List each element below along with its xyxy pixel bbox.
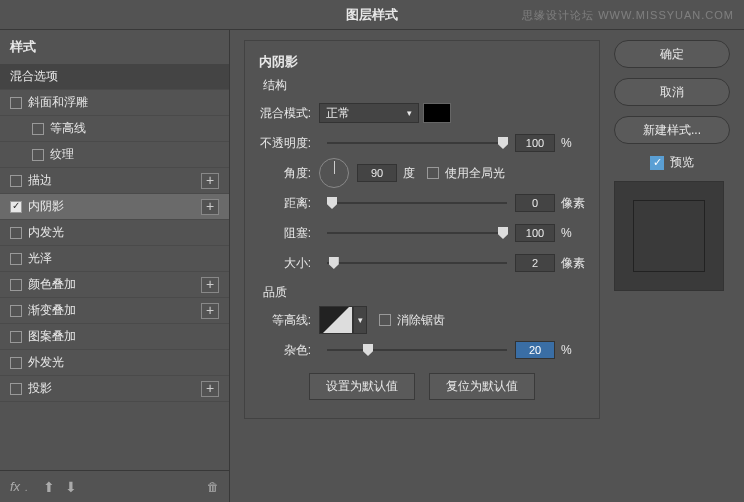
contour-label: 等高线: (259, 312, 319, 329)
angle-input[interactable]: 90 (357, 164, 397, 182)
make-default-button[interactable]: 设置为默认值 (309, 373, 415, 400)
distance-label: 距离: (259, 195, 319, 212)
style-checkbox[interactable] (10, 253, 22, 265)
style-checkbox[interactable] (10, 279, 22, 291)
add-effect-icon[interactable]: + (201, 173, 219, 189)
quality-label: 品质 (259, 284, 585, 301)
opacity-label: 不透明度: (259, 135, 319, 152)
style-checkbox[interactable] (10, 305, 22, 317)
blend-mode-value: 正常 (326, 105, 350, 122)
style-checkbox[interactable] (10, 175, 22, 187)
choke-label: 阻塞: (259, 225, 319, 242)
choke-input[interactable]: 100 (515, 224, 555, 242)
noise-slider[interactable] (327, 349, 507, 351)
global-light-label: 使用全局光 (445, 165, 505, 182)
cancel-button[interactable]: 取消 (614, 78, 730, 106)
add-effect-icon[interactable]: + (201, 199, 219, 215)
anti-alias-label: 消除锯齿 (397, 312, 445, 329)
choke-unit: % (555, 226, 585, 240)
new-style-button[interactable]: 新建样式... (614, 116, 730, 144)
ok-button[interactable]: 确定 (614, 40, 730, 68)
noise-unit: % (555, 343, 585, 357)
style-item-4[interactable]: 内阴影+ (0, 194, 229, 220)
add-effect-icon[interactable]: + (201, 381, 219, 397)
contour-picker[interactable] (319, 306, 353, 334)
style-item-label: 斜面和浮雕 (28, 94, 219, 111)
blend-mode-select[interactable]: 正常 ▾ (319, 103, 419, 123)
style-checkbox[interactable] (32, 123, 44, 135)
angle-unit: 度 (397, 165, 427, 182)
size-label: 大小: (259, 255, 319, 272)
settings-panel: 内阴影 结构 混合模式: 正常 ▾ 不透明度: 100 % (230, 30, 614, 502)
style-item-label: 光泽 (28, 250, 219, 267)
anti-alias-checkbox[interactable] (379, 314, 391, 326)
choke-slider[interactable] (327, 232, 507, 234)
preview-inner (633, 200, 705, 272)
opacity-unit: % (555, 136, 585, 150)
style-item-label: 投影 (28, 380, 201, 397)
style-checkbox[interactable] (10, 201, 22, 213)
distance-slider[interactable] (327, 202, 507, 204)
style-checkbox[interactable] (10, 357, 22, 369)
style-item-6[interactable]: 光泽 (0, 246, 229, 272)
noise-input[interactable]: 20 (515, 341, 555, 359)
blend-options[interactable]: 混合选项 (0, 64, 229, 90)
structure-label: 结构 (259, 77, 585, 94)
preview-checkbox[interactable]: ✓ (650, 156, 664, 170)
style-item-7[interactable]: 颜色叠加+ (0, 272, 229, 298)
blend-mode-label: 混合模式: (259, 105, 319, 122)
style-item-3[interactable]: 描边+ (0, 168, 229, 194)
style-checkbox[interactable] (10, 331, 22, 343)
size-input[interactable]: 2 (515, 254, 555, 272)
styles-header: 样式 (0, 30, 229, 64)
style-item-label: 颜色叠加 (28, 276, 201, 293)
move-down-icon[interactable]: ⬇ (65, 479, 77, 495)
opacity-slider[interactable] (327, 142, 507, 144)
contour-dropdown[interactable]: ▾ (353, 306, 367, 334)
style-item-label: 等高线 (50, 120, 219, 137)
preview-label: 预览 (670, 154, 694, 171)
shadow-color-swatch[interactable] (423, 103, 451, 123)
style-item-2[interactable]: 纹理 (0, 142, 229, 168)
opacity-input[interactable]: 100 (515, 134, 555, 152)
style-item-label: 内发光 (28, 224, 219, 241)
section-title: 内阴影 (259, 53, 585, 71)
style-item-9[interactable]: 图案叠加 (0, 324, 229, 350)
preview-thumbnail (614, 181, 724, 291)
action-panel: 确定 取消 新建样式... ✓ 预览 (614, 30, 744, 502)
angle-dial[interactable] (319, 158, 349, 188)
style-checkbox[interactable] (10, 227, 22, 239)
style-item-label: 内阴影 (28, 198, 201, 215)
style-checkbox[interactable] (10, 97, 22, 109)
style-item-label: 图案叠加 (28, 328, 219, 345)
add-effect-icon[interactable]: + (201, 303, 219, 319)
styles-panel: 样式 混合选项 斜面和浮雕等高线纹理描边+内阴影+内发光光泽颜色叠加+渐变叠加+… (0, 30, 230, 502)
noise-label: 杂色: (259, 342, 319, 359)
chevron-down-icon: ▾ (407, 108, 412, 118)
global-light-checkbox[interactable] (427, 167, 439, 179)
styles-footer: fx﹒ ⬆ ⬇ 🗑 (0, 470, 229, 502)
style-item-1[interactable]: 等高线 (0, 116, 229, 142)
style-item-0[interactable]: 斜面和浮雕 (0, 90, 229, 116)
size-slider[interactable] (327, 262, 507, 264)
style-checkbox[interactable] (32, 149, 44, 161)
reset-default-button[interactable]: 复位为默认值 (429, 373, 535, 400)
style-item-5[interactable]: 内发光 (0, 220, 229, 246)
move-up-icon[interactable]: ⬆ (43, 479, 55, 495)
style-item-label: 描边 (28, 172, 201, 189)
style-list: 混合选项 斜面和浮雕等高线纹理描边+内阴影+内发光光泽颜色叠加+渐变叠加+图案叠… (0, 64, 229, 470)
style-item-label: 外发光 (28, 354, 219, 371)
distance-unit: 像素 (555, 195, 585, 212)
style-item-label: 渐变叠加 (28, 302, 201, 319)
style-item-label: 纹理 (50, 146, 219, 163)
style-checkbox[interactable] (10, 383, 22, 395)
add-effect-icon[interactable]: + (201, 277, 219, 293)
style-item-8[interactable]: 渐变叠加+ (0, 298, 229, 324)
angle-label: 角度: (259, 165, 319, 182)
style-item-11[interactable]: 投影+ (0, 376, 229, 402)
distance-input[interactable]: 0 (515, 194, 555, 212)
trash-icon[interactable]: 🗑 (207, 480, 219, 494)
fx-icon[interactable]: fx﹒ (10, 478, 33, 496)
size-unit: 像素 (555, 255, 585, 272)
style-item-10[interactable]: 外发光 (0, 350, 229, 376)
